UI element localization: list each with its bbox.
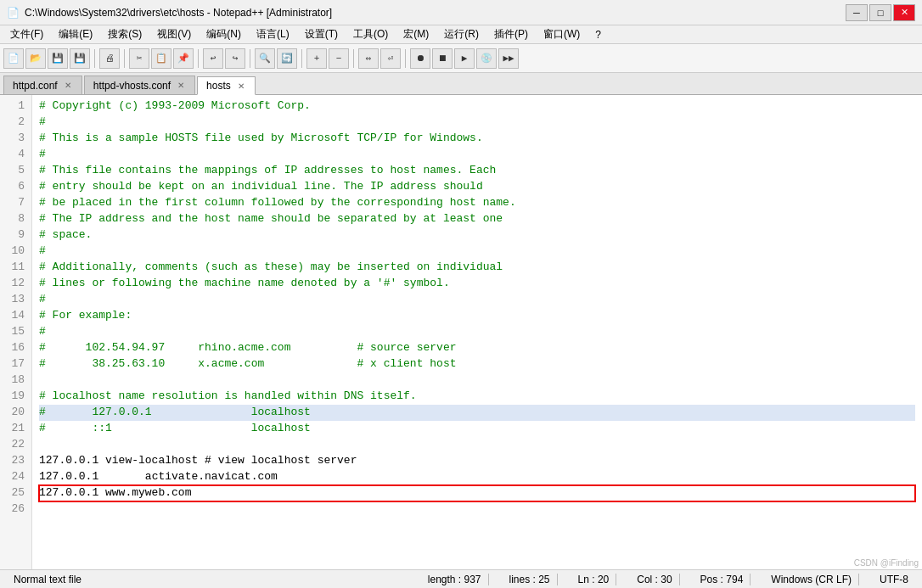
tab-close-vhosts[interactable]: ✕ bbox=[176, 81, 186, 90]
editor-line[interactable]: # Additionally, comments (such as these)… bbox=[39, 260, 915, 276]
menu-bar: 文件(F)编辑(E)搜索(S)视图(V)编码(N)语言(L)设置(T)工具(O)… bbox=[0, 25, 922, 44]
editor-line[interactable]: # be placed in the first column followed… bbox=[39, 195, 915, 211]
line-number: 21 bbox=[3, 421, 25, 437]
menu-item-o[interactable]: 工具(O) bbox=[346, 25, 395, 43]
macro-run-button[interactable]: ▶▶ bbox=[498, 48, 519, 69]
line-number: 9 bbox=[3, 227, 25, 244]
macro-record-button[interactable]: ⏺ bbox=[410, 48, 430, 69]
editor-line[interactable]: # bbox=[39, 324, 915, 340]
editor-line[interactable]: # entry should be kept on an individual … bbox=[39, 179, 915, 195]
find-button[interactable]: 🔍 bbox=[255, 48, 275, 69]
editor-line[interactable]: # Copyright (c) 1993-2009 Microsoft Corp… bbox=[39, 98, 915, 115]
cut-button[interactable]: ✂ bbox=[129, 48, 149, 69]
editor-content[interactable]: # Copyright (c) 1993-2009 Microsoft Corp… bbox=[32, 95, 922, 569]
editor-line[interactable] bbox=[39, 372, 915, 389]
editor-line[interactable]: 127.0.0.1 www.myweb.com bbox=[39, 485, 915, 501]
menu-item-s[interactable]: 搜索(S) bbox=[101, 25, 149, 43]
editor-line[interactable] bbox=[39, 437, 915, 453]
tab-close-httpd-conf[interactable]: ✕ bbox=[63, 81, 73, 90]
editor-line[interactable]: # localhost name resolution is handled w… bbox=[39, 389, 915, 405]
editor-line[interactable]: # ::1 localhost bbox=[39, 421, 915, 437]
line-number: 1 bbox=[3, 98, 25, 115]
status-bar: Normal text file length : 937 lines : 25… bbox=[0, 569, 922, 588]
line-number: 4 bbox=[3, 147, 25, 163]
redo-button[interactable]: ↪ bbox=[225, 48, 245, 69]
editor-line[interactable]: 127.0.0.1 activate.navicat.com bbox=[39, 469, 915, 485]
editor-line[interactable]: # bbox=[39, 244, 915, 260]
editor-line[interactable]: # 102.54.94.97 rhino.acme.com # source s… bbox=[39, 340, 915, 356]
toolbar-sep-7 bbox=[405, 49, 406, 68]
line-number: 13 bbox=[3, 292, 25, 308]
menu-item-r[interactable]: 运行(R) bbox=[437, 25, 486, 43]
macro-play-button[interactable]: ▶ bbox=[454, 48, 475, 69]
tab-label: hosts bbox=[206, 80, 231, 92]
editor-line[interactable]: # bbox=[39, 147, 915, 163]
menu-item-n[interactable]: 编码(N) bbox=[200, 25, 248, 43]
title-text: C:\Windows\System32\drivers\etc\hosts - … bbox=[25, 7, 332, 19]
toolbar-sep-4 bbox=[250, 49, 250, 68]
word-wrap-button[interactable]: ⏎ bbox=[380, 48, 401, 69]
menu-item-t[interactable]: 设置(T) bbox=[298, 25, 345, 43]
menu-item-v[interactable]: 视图(V) bbox=[150, 25, 198, 43]
file-type-status: Normal text file bbox=[7, 574, 88, 585]
line-number: 23 bbox=[3, 453, 25, 469]
line-number: 18 bbox=[3, 372, 25, 389]
editor-line[interactable]: # This is a sample HOSTS file used by Mi… bbox=[39, 131, 915, 147]
editor-line[interactable]: # lines or following the machine name de… bbox=[39, 276, 915, 292]
editor-line[interactable]: # For example: bbox=[39, 308, 915, 324]
tab-label: httpd.conf bbox=[13, 80, 58, 92]
zoom-out-button[interactable]: − bbox=[329, 48, 349, 69]
editor-line[interactable]: 127.0.0.1 view-localhost # view localhos… bbox=[39, 453, 915, 469]
menu-item-l[interactable]: 语言(L) bbox=[250, 25, 296, 43]
editor-line[interactable]: # This file contains the mappings of IP … bbox=[39, 163, 915, 179]
tab-hosts[interactable]: hosts ✕ bbox=[197, 76, 256, 95]
paste-button[interactable]: 📌 bbox=[173, 48, 194, 69]
tab-httpd-vhosts-conf[interactable]: httpd-vhosts.conf ✕ bbox=[84, 76, 195, 94]
line-number: 10 bbox=[3, 244, 25, 260]
zoom-in-button[interactable]: + bbox=[306, 48, 327, 69]
line-number: 6 bbox=[3, 179, 25, 195]
line-number: 16 bbox=[3, 340, 25, 356]
editor-line[interactable] bbox=[39, 501, 915, 518]
save-button[interactable]: 💾 bbox=[48, 48, 68, 69]
editor-line[interactable]: # 38.25.63.10 x.acme.com # x client host bbox=[39, 356, 915, 372]
close-button[interactable]: ✕ bbox=[893, 4, 915, 21]
app-icon: 📄 bbox=[7, 7, 20, 19]
line-numbers: 1234567891011121314151617181920212223242… bbox=[0, 95, 32, 569]
tab-httpd-conf[interactable]: httpd.conf ✕ bbox=[3, 76, 82, 94]
save-all-button[interactable]: 💾 bbox=[70, 48, 90, 69]
editor-line[interactable]: # 127.0.0.1 localhost bbox=[39, 405, 915, 421]
editor-line[interactable]: # space. bbox=[39, 227, 915, 244]
macro-save-button[interactable]: 💿 bbox=[476, 48, 497, 69]
editor-line[interactable]: # The IP address and the host name shoul… bbox=[39, 211, 915, 227]
menu-item-p[interactable]: 插件(P) bbox=[487, 25, 535, 43]
new-button[interactable]: 📄 bbox=[3, 48, 24, 69]
print-button[interactable]: 🖨 bbox=[99, 48, 120, 69]
sync-scroll-button[interactable]: ⇔ bbox=[358, 48, 379, 69]
line-number: 8 bbox=[3, 211, 25, 227]
tab-label: httpd-vhosts.conf bbox=[93, 80, 171, 92]
replace-button[interactable]: 🔄 bbox=[277, 48, 297, 69]
editor-container: 1234567891011121314151617181920212223242… bbox=[0, 95, 922, 569]
menu-item-[interactable]: ? bbox=[588, 27, 608, 42]
restore-button[interactable]: □ bbox=[869, 4, 891, 21]
line-number: 15 bbox=[3, 324, 25, 340]
menu-item-f[interactable]: 文件(F) bbox=[3, 25, 50, 43]
watermark: CSDN @iFinding bbox=[854, 558, 919, 568]
tab-close-hosts[interactable]: ✕ bbox=[236, 81, 246, 91]
line-number: 7 bbox=[3, 195, 25, 211]
line-number: 22 bbox=[3, 437, 25, 453]
minimize-button[interactable]: ─ bbox=[846, 4, 868, 21]
menu-item-w[interactable]: 窗口(W) bbox=[537, 25, 587, 43]
open-button[interactable]: 📂 bbox=[25, 48, 46, 69]
toolbar: 📄 📂 💾 💾 🖨 ✂ 📋 📌 ↩ ↪ 🔍 🔄 + − ⇔ ⏎ ⏺ ⏹ ▶ 💿 … bbox=[0, 44, 922, 73]
undo-button[interactable]: ↩ bbox=[203, 48, 223, 69]
editor-line[interactable]: # bbox=[39, 115, 915, 131]
macro-stop-button[interactable]: ⏹ bbox=[432, 48, 453, 69]
copy-button[interactable]: 📋 bbox=[151, 48, 171, 69]
menu-item-m[interactable]: 宏(M) bbox=[396, 25, 436, 43]
line-number: 20 bbox=[3, 405, 25, 421]
menu-item-e[interactable]: 编辑(E) bbox=[52, 25, 99, 43]
line-number: 24 bbox=[3, 469, 25, 485]
editor-line[interactable]: # bbox=[39, 292, 915, 308]
